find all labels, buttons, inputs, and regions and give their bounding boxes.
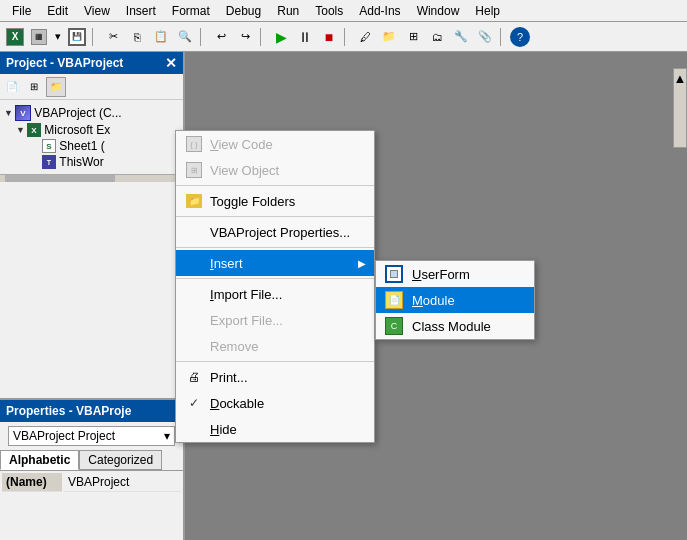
tree-ms-excel-label: Microsoft Ex — [44, 123, 110, 137]
props-selector-row: VBAProject Project ▾ — [0, 422, 183, 450]
toolbar-object-browser[interactable]: 🗂 — [426, 26, 448, 48]
toolbar-toolbox[interactable]: 🔧 — [450, 26, 472, 48]
cm-export-file[interactable]: Export File... — [176, 307, 374, 333]
properties-title-bar: Properties - VBAProje — [0, 400, 183, 422]
cm-view-code[interactable]: { } View Code — [176, 131, 374, 157]
scrollbar-up[interactable]: ▲ — [673, 68, 687, 148]
cm-hide[interactable]: Hide — [176, 416, 374, 442]
toolbar-project-explorer[interactable]: 📁 — [378, 26, 400, 48]
cm-sep1 — [176, 185, 374, 186]
cm-view-object[interactable]: ⊞ View Object — [176, 157, 374, 183]
menu-help[interactable]: Help — [467, 2, 508, 20]
toolbar-pause[interactable]: ⏸ — [294, 26, 316, 48]
toolbar-undo[interactable]: ↩ — [210, 26, 232, 48]
menu-addins[interactable]: Add-Ins — [351, 2, 408, 20]
insert-module-icon: ▦ — [31, 29, 47, 45]
menu-view[interactable]: View — [76, 2, 118, 20]
cm-insert-label: Insert — [210, 256, 352, 271]
userform-inner-icon — [390, 270, 398, 278]
tree-root[interactable]: ▼ V VBAProject (C... — [0, 104, 183, 122]
menu-bar: File Edit View Insert Format Debug Run T… — [0, 0, 687, 22]
cm-vba-properties[interactable]: VBAProject Properties... — [176, 219, 374, 245]
cm-toggle-folders-label: Toggle Folders — [210, 194, 366, 209]
view-object-icon: ⊞ — [184, 160, 204, 180]
toolbar-excel-icon[interactable]: X — [4, 26, 26, 48]
toolbar-paste[interactable]: 📋 — [150, 26, 172, 48]
submenu-arrow-icon: ▶ — [358, 258, 366, 269]
toolbar: X ▦ ▾ 💾 ✂ ⎘ 📋 🔍 ↩ ↪ ▶ ⏸ ■ 🖊 📁 ⊞ 🗂 🔧 📎 ? — [0, 22, 687, 52]
menu-tools[interactable]: Tools — [307, 2, 351, 20]
sm-class-module[interactable]: C Class Module — [376, 313, 534, 339]
cm-insert[interactable]: Insert ▶ — [176, 250, 374, 276]
view-code-icon: { } — [184, 134, 204, 154]
menu-run[interactable]: Run — [269, 2, 307, 20]
toolbar-props[interactable]: ⊞ — [402, 26, 424, 48]
menu-window[interactable]: Window — [409, 2, 468, 20]
sheet1-icon: S — [42, 139, 56, 153]
tab-alphabetic[interactable]: Alphabetic — [0, 450, 79, 470]
menu-debug[interactable]: Debug — [218, 2, 269, 20]
toolbar-help[interactable]: ? — [510, 27, 530, 47]
menu-file[interactable]: File — [4, 2, 39, 20]
view-code-btn[interactable]: 📄 — [2, 77, 22, 97]
toolbar-dropdown[interactable]: ▾ — [52, 26, 64, 48]
toolbar-design[interactable]: 🖊 — [354, 26, 376, 48]
cm-remove[interactable]: Remove — [176, 333, 374, 359]
project-title-bar: Project - VBAProject ✕ — [0, 52, 183, 74]
check-icon: ✓ — [184, 393, 204, 413]
properties-table: (Name) VBAProject — [0, 471, 183, 494]
props-value-cell[interactable]: VBAProject — [64, 473, 181, 492]
toggle-folders-icon-area: 📁 — [184, 191, 204, 211]
cm-print[interactable]: 🖨 Print... — [176, 364, 374, 390]
cm-dockable[interactable]: ✓ Dockable — [176, 390, 374, 416]
tab-categorized[interactable]: Categorized — [79, 450, 162, 470]
cm-remove-label: Remove — [210, 339, 366, 354]
insert-icon — [184, 253, 204, 273]
properties-tabs: Alphabetic Categorized — [0, 450, 183, 471]
properties-selector-value: VBAProject Project — [13, 429, 115, 443]
toolbar-ref[interactable]: 📎 — [474, 26, 496, 48]
menu-insert[interactable]: Insert — [118, 2, 164, 20]
cm-print-label: Print... — [210, 370, 366, 385]
selector-dropdown-icon: ▾ — [164, 429, 170, 443]
export-icon — [184, 310, 204, 330]
horizontal-scrollbar[interactable] — [0, 174, 183, 182]
toolbar-btn2[interactable]: ▦ — [28, 26, 50, 48]
properties-selector[interactable]: VBAProject Project ▾ — [8, 426, 175, 446]
tree-thisworkbook[interactable]: T ThisWor — [0, 154, 183, 170]
ms-excel-expand-icon: ▼ — [16, 125, 25, 135]
menu-edit[interactable]: Edit — [39, 2, 76, 20]
props-row-name: (Name) VBAProject — [2, 473, 181, 492]
sep1 — [92, 28, 98, 46]
submenu: UserForm 📄 Module C Class Module — [375, 260, 535, 340]
cm-sep2 — [176, 216, 374, 217]
cm-view-object-label: View Object — [210, 163, 366, 178]
project-panel-close[interactable]: ✕ — [165, 56, 177, 70]
toolbar-stop[interactable]: ■ — [318, 26, 340, 48]
cm-toggle-folders[interactable]: 📁 Toggle Folders — [176, 188, 374, 214]
userform-icon — [384, 264, 404, 284]
toolbar-redo[interactable]: ↪ — [234, 26, 256, 48]
tree-sheet1[interactable]: S Sheet1 ( — [0, 138, 183, 154]
sm-userform[interactable]: UserForm — [376, 261, 534, 287]
ms-excel-icon: X — [27, 123, 41, 137]
toolbar-cut[interactable]: ✂ — [102, 26, 124, 48]
cm-vba-properties-label: VBAProject Properties... — [210, 225, 366, 240]
toggle-folders-btn[interactable]: 📁 — [46, 77, 66, 97]
toolbar-copy[interactable]: ⎘ — [126, 26, 148, 48]
toolbar-save[interactable]: 💾 — [66, 26, 88, 48]
module-icon-shape: 📄 — [385, 291, 403, 309]
sm-module[interactable]: 📄 Module — [376, 287, 534, 313]
save-icon: 💾 — [68, 28, 86, 46]
folder-icon: 📁 — [186, 194, 202, 208]
view-object-btn[interactable]: ⊞ — [24, 77, 44, 97]
scrollbar-thumb[interactable] — [5, 175, 115, 182]
class-icon-shape: C — [385, 317, 403, 335]
cm-import-file[interactable]: Import File... — [176, 281, 374, 307]
toolbar-run[interactable]: ▶ — [270, 26, 292, 48]
toolbar-find[interactable]: 🔍 — [174, 26, 196, 48]
tree-ms-excel[interactable]: ▼ X Microsoft Ex — [0, 122, 183, 138]
left-panel: Project - VBAProject ✕ 📄 ⊞ 📁 ▲ ▼ V VBAPr… — [0, 52, 185, 540]
cm-view-code-label: View Code — [210, 137, 366, 152]
menu-format[interactable]: Format — [164, 2, 218, 20]
